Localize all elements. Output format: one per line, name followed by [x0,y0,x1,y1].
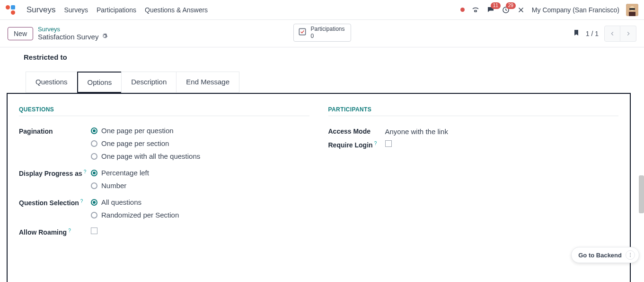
pagination-option-all[interactable]: One page with all the questions [91,152,200,160]
radio-icon [91,182,97,189]
bookmark-icon[interactable] [573,28,580,38]
svg-rect-4 [629,8,635,10]
radio-icon [91,140,97,147]
help-icon[interactable]: ? [68,228,71,233]
pagination-option-per-section[interactable]: One page per section [91,139,200,147]
new-button[interactable]: New [8,27,33,40]
activities-badge: 29 [506,2,516,9]
participants-section-title: Participants [328,106,619,116]
help-icon[interactable]: ? [374,141,377,146]
radio-icon [91,127,97,134]
pagination-option-per-question[interactable]: One page per question [91,127,200,135]
tab-questions[interactable]: Questions [26,72,77,93]
breadcrumb-title: Satisfaction Survey [38,33,98,41]
messages-badge: 11 [491,2,501,9]
access-mode-value[interactable]: Anyone with the link [385,127,448,136]
question-selection-randomized[interactable]: Randomized per Section [91,211,179,219]
company-selector[interactable]: My Company (San Francisco) [532,6,619,14]
questions-section-title: Questions [19,106,309,116]
tools-icon[interactable] [517,6,525,14]
checklist-icon [297,27,307,38]
display-progress-number[interactable]: Number [91,182,149,190]
display-progress-percentage[interactable]: Percentage left [91,169,149,177]
allow-roaming-checkbox[interactable] [91,227,97,234]
radio-icon [91,153,97,160]
require-login-label: Require Login? [328,140,385,149]
help-icon[interactable]: ? [80,199,83,204]
recording-indicator-icon [460,8,465,12]
svg-point-8 [630,255,631,255]
tab-end-message[interactable]: End Message [176,72,239,93]
user-avatar[interactable] [626,4,638,16]
restricted-to-label: Restricted to [24,53,625,61]
radio-icon [91,199,97,206]
access-mode-label: Access Mode [328,127,385,135]
breadcrumb-root[interactable]: Surveys [38,26,108,33]
activities-button[interactable]: 29 [502,6,510,14]
help-icon[interactable]: ? [84,169,87,174]
svg-rect-0 [475,10,477,11]
svg-rect-6 [299,29,305,35]
radio-icon [91,212,97,218]
svg-point-9 [630,256,631,257]
options-panel: Questions Pagination One page per questi… [7,93,631,282]
allow-roaming-label: Allow Roaming? [19,227,91,236]
app-logo[interactable] [6,5,15,15]
phone-icon[interactable] [471,6,480,14]
pager-prev-button[interactable] [604,26,620,42]
stat-label: Participations [310,26,344,33]
stat-value: 0 [310,33,344,39]
question-selection-all[interactable]: All questions [91,198,179,206]
tab-description[interactable]: Description [121,72,176,93]
nav-participations[interactable]: Participations [97,6,136,14]
nav-questions-answers[interactable]: Questions & Answers [145,6,208,14]
question-selection-label: Question Selection? [19,198,91,207]
go-to-backend-button[interactable]: Go to Backend [571,247,639,263]
nav-surveys[interactable]: Surveys [64,6,88,14]
pagination-label: Pagination [19,127,91,135]
app-name[interactable]: Surveys [26,5,55,15]
svg-point-7 [630,253,631,254]
svg-rect-5 [629,12,635,16]
pager-next-button[interactable] [620,26,636,42]
radio-icon [91,170,97,176]
messages-button[interactable]: 11 [486,6,495,14]
gear-icon[interactable] [101,33,108,41]
form-tabs: Questions Options Description End Messag… [26,72,625,93]
require-login-checkbox[interactable] [385,140,392,147]
participations-stat[interactable]: Participations 0 [293,24,351,42]
pager-text: 1 / 1 [586,30,599,37]
kebab-icon[interactable] [626,250,635,260]
scrollbar-thumb[interactable] [639,175,644,213]
breadcrumb: Surveys Satisfaction Survey [38,26,108,42]
tab-options[interactable]: Options [77,72,122,93]
display-progress-label: Display Progress as? [19,169,91,177]
